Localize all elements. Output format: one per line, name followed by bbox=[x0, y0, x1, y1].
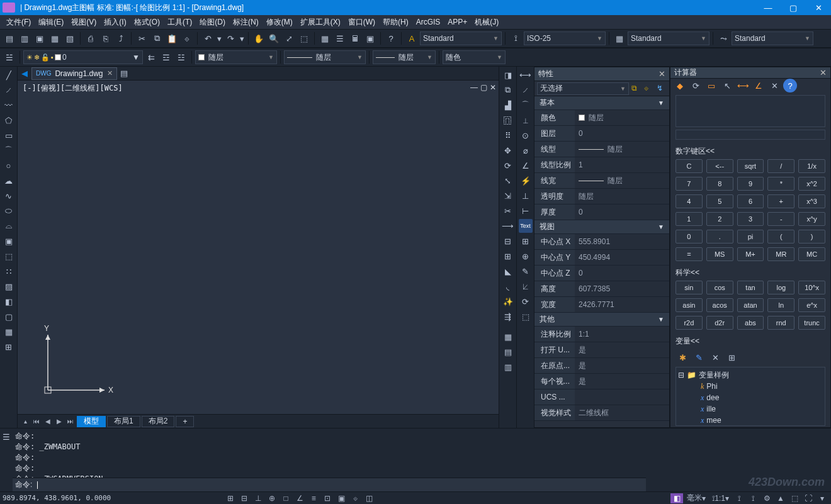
pan-icon[interactable]: ✋ bbox=[252, 31, 266, 45]
calc-key[interactable]: / bbox=[767, 159, 794, 173]
revcloud-icon[interactable]: ☁ bbox=[2, 174, 16, 188]
undo-caret-icon[interactable]: ▾ bbox=[216, 31, 222, 45]
palette3-icon[interactable]: ▥ bbox=[501, 360, 515, 374]
calc-key[interactable]: 9 bbox=[737, 177, 764, 191]
palette2-icon[interactable]: ▤ bbox=[501, 345, 515, 359]
calc-key[interactable]: ln bbox=[767, 298, 794, 312]
cyc-icon[interactable]: ◫ bbox=[363, 493, 375, 503]
offset-icon[interactable]: ⿵ bbox=[501, 113, 515, 127]
mtext-icon[interactable]: ⊞ bbox=[2, 340, 16, 354]
rect-icon[interactable]: ▭ bbox=[2, 128, 16, 142]
wipeout-icon[interactable]: ⬚ bbox=[519, 310, 533, 323]
layout-tab[interactable]: 模型 bbox=[77, 416, 106, 427]
drawing-viewport[interactable]: [-][俯视][二维线框][WCS] — ▢ ✕ X Y bbox=[18, 81, 499, 414]
calc-key[interactable]: 7 bbox=[676, 177, 703, 191]
spline-icon[interactable]: ∿ bbox=[2, 189, 16, 203]
var-new-icon[interactable]: ✱ bbox=[676, 350, 689, 364]
sc-icon[interactable]: ⟐ bbox=[349, 493, 361, 503]
layermgr-icon[interactable]: ☱ bbox=[3, 50, 16, 64]
calc-key[interactable]: sqrt bbox=[737, 159, 764, 173]
mirror-icon[interactable]: ▟ bbox=[501, 98, 515, 112]
grid-icon[interactable]: ⊟ bbox=[238, 493, 251, 503]
qp-icon[interactable]: ▣ bbox=[335, 493, 348, 503]
chamfer-icon[interactable]: ◣ bbox=[501, 264, 515, 278]
layer-state-icon[interactable]: ☲ bbox=[159, 50, 173, 64]
snap-icon[interactable]: ⊞ bbox=[224, 493, 237, 503]
calc-key[interactable]: MS bbox=[706, 247, 733, 261]
dimrad-icon[interactable]: ⊙ bbox=[519, 128, 533, 142]
hatch-icon[interactable]: ▨ bbox=[2, 279, 16, 293]
tray-icon[interactable]: ▾ bbox=[816, 493, 828, 503]
prop-value[interactable] bbox=[575, 389, 669, 405]
menu-item[interactable]: 格式(O) bbox=[130, 17, 164, 28]
prop-value[interactable]: 0 bbox=[575, 126, 669, 141]
polygon-icon[interactable]: ⬠ bbox=[2, 113, 16, 127]
move-icon[interactable]: ✥ bbox=[501, 143, 515, 157]
calc-key[interactable]: x^2 bbox=[798, 177, 825, 191]
point-icon[interactable]: ∷ bbox=[2, 264, 16, 278]
menu-item[interactable]: 机械(J) bbox=[471, 17, 502, 28]
vp-close-icon[interactable]: ✕ bbox=[490, 83, 496, 92]
model-icon[interactable]: ◧ bbox=[670, 493, 683, 503]
calc-ang-icon[interactable]: ∠ bbox=[752, 79, 766, 92]
zoom-icon[interactable]: 🔍 bbox=[267, 31, 281, 45]
paste-icon[interactable]: 📋 bbox=[165, 31, 179, 45]
table2-icon[interactable]: ▦ bbox=[2, 325, 16, 339]
prop-row[interactable]: 颜色随层 bbox=[534, 110, 669, 126]
layout-tab[interactable]: 布局2 bbox=[142, 416, 175, 427]
prop-value[interactable]: 0 bbox=[575, 266, 669, 281]
prop-row[interactable]: UCS ... bbox=[534, 389, 669, 405]
calc-key[interactable]: tan bbox=[737, 281, 764, 294]
calc-paste-icon[interactable]: ▭ bbox=[704, 79, 718, 92]
calc-key[interactable]: * bbox=[767, 177, 794, 191]
calc-key[interactable]: MC bbox=[798, 247, 825, 261]
dimang-icon[interactable]: ∠ bbox=[519, 159, 533, 172]
open-icon[interactable]: ▣ bbox=[33, 31, 47, 45]
dim-style-combo[interactable]: ISO-25▼ bbox=[524, 31, 606, 45]
calc-key[interactable]: 3 bbox=[737, 212, 764, 226]
qselect-icon[interactable]: ⧉ bbox=[631, 84, 642, 94]
menu-item[interactable]: 帮助(H) bbox=[379, 17, 412, 28]
dimalg-icon[interactable]: ⟋ bbox=[519, 83, 533, 97]
calc-key[interactable]: e^x bbox=[798, 298, 825, 312]
menu-item[interactable]: 绘图(D) bbox=[196, 17, 229, 28]
var-edit-icon[interactable]: ✎ bbox=[692, 350, 706, 364]
prop-row[interactable]: 宽度2426.7771 bbox=[534, 297, 669, 313]
dimord-icon[interactable]: ⟂ bbox=[519, 113, 533, 127]
insert-icon[interactable]: ▣ bbox=[2, 234, 16, 248]
calc-key[interactable]: ) bbox=[798, 230, 825, 244]
ltab-first-icon[interactable]: ⏮ bbox=[31, 417, 42, 427]
menu-item[interactable]: ArcGIS bbox=[412, 18, 444, 26]
calc-key[interactable]: 5 bbox=[706, 194, 733, 208]
prop-value[interactable]: 随层 bbox=[575, 173, 669, 188]
calc-key[interactable]: r2d bbox=[676, 316, 703, 330]
calc-x-icon[interactable]: ✕ bbox=[767, 79, 781, 92]
menu-item[interactable]: 修改(M) bbox=[263, 17, 297, 28]
new-tab-icon[interactable]: ▤ bbox=[117, 67, 131, 81]
prop-section-header[interactable]: 视图▼ bbox=[534, 220, 669, 234]
prop-row[interactable]: 厚度0 bbox=[534, 204, 669, 220]
textstyle-icon[interactable]: A bbox=[405, 31, 419, 45]
extend-icon[interactable]: ⟶ bbox=[501, 219, 515, 233]
dimtol-icon[interactable]: ⊞ bbox=[519, 234, 533, 248]
stretch-icon[interactable]: ⇲ bbox=[501, 189, 515, 203]
undo-icon[interactable]: ↶ bbox=[201, 31, 215, 45]
cmd-opts-icon[interactable]: ☰ bbox=[0, 430, 13, 444]
annoscale-icon[interactable]: ⟟ 1:1▾ bbox=[709, 493, 732, 503]
prop-value[interactable]: 随层 bbox=[575, 110, 669, 125]
calc-key[interactable]: + bbox=[767, 194, 794, 208]
dimtext-icon[interactable]: Text bbox=[519, 219, 533, 233]
calc-numpad-header[interactable]: 数字键区<< bbox=[670, 143, 830, 159]
prop-row[interactable]: 透明度随层 bbox=[534, 189, 669, 204]
layout-tab[interactable]: 布局1 bbox=[107, 416, 140, 427]
prop-value[interactable]: 1:1 bbox=[575, 327, 669, 342]
prop-value[interactable]: 1 bbox=[575, 157, 669, 172]
zoom-ext-icon[interactable]: ⤢ bbox=[282, 31, 296, 45]
calc-key[interactable]: 2 bbox=[706, 212, 733, 226]
osnap-icon[interactable]: □ bbox=[280, 493, 292, 503]
calc-key[interactable]: d2r bbox=[706, 316, 733, 330]
prop-row[interactable]: 中心点 X555.8901 bbox=[534, 234, 669, 250]
calc-var-header[interactable]: 变量<< bbox=[670, 333, 830, 349]
prop-value[interactable]: 随层 bbox=[575, 142, 669, 157]
calc-clear-icon[interactable]: ◆ bbox=[673, 79, 687, 92]
